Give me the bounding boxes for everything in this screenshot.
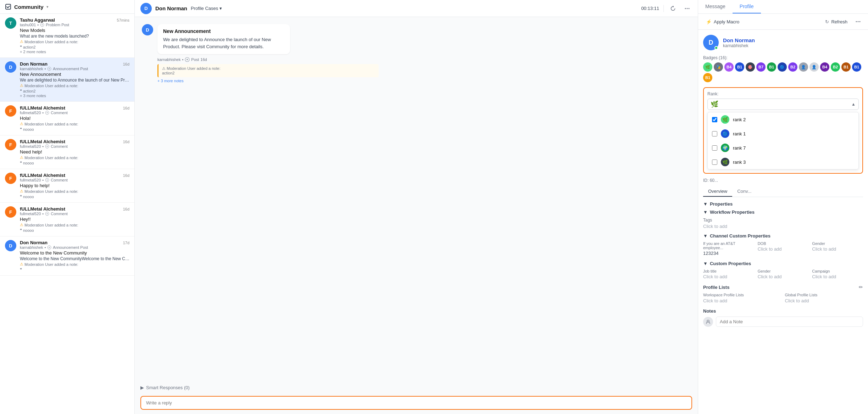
badge-icon: 🎯 [746,62,755,72]
avatar: D [5,61,16,73]
list-item[interactable]: F fULLMetal Alchemist 16d fullmetal520 •… [0,135,134,169]
profile-subtab-conv---[interactable]: Conv... [732,186,756,197]
conv-time: 16d [123,106,129,110]
rank-input-field[interactable] [720,102,851,107]
message-body: We are delighted to Announce the launch … [163,36,284,50]
rank-option-checkbox[interactable] [712,160,717,165]
conv-type-icon [45,178,49,182]
edit-profile-lists-icon[interactable]: ✏ [859,284,863,290]
profile-name[interactable]: Don Norman [723,37,755,43]
more-options-icon[interactable] [682,4,692,13]
note-value: noooo [23,195,34,199]
apply-macro-button[interactable]: ⚡ Apply Macro [703,18,742,26]
dob-value[interactable]: Click to add [758,246,809,252]
badge-icon: 👤 [809,62,819,72]
conv-channel: karnabhishek [20,67,43,71]
badge-icon: B1 [852,62,861,72]
rank-chevron-icon: ▲ [851,102,856,107]
conv-type-icon [47,67,51,71]
list-item[interactable]: F fULLMetal Alchemist 16d fullmetal520 •… [0,102,134,135]
gender-label: Gender [812,241,863,246]
badges-section: Badges (16): 🌿🎭B4B1🎯B7B1🔵B2👤👤B4B2B1B1B1 [703,55,863,82]
more-notes-link[interactable]: + 3 more notes [157,79,184,83]
workspace-lists-label: Workspace Profile Lists [703,293,781,297]
profile-content: D Don Norman karnabhishek Badges (16): 🌿… [698,30,868,414]
campaign-value[interactable]: Click to add [812,274,863,279]
rank-option[interactable]: 🌿 rank 2 [708,112,858,127]
conv-type-icon [40,23,44,27]
add-note-input[interactable] [716,317,863,327]
rank-option[interactable]: 🌿 rank 3 [708,155,858,169]
conv-channel: fullmetal520 [20,212,41,216]
tab-profile[interactable]: Profile [733,0,761,13]
post-icon [185,57,190,62]
note-text: Moderation User added a note: [24,223,78,227]
badges-grid: 🌿🎭B4B1🎯B7B1🔵B2👤👤B4B2B1B1B1 [703,62,863,82]
refresh-button[interactable]: ↻ Refresh [822,18,850,26]
tags-click-to-add[interactable]: Click to add [703,224,863,229]
list-item[interactable]: F fULLMetal Alchemist 16d fullmetal520 •… [0,203,134,236]
warn-icon: ⚠ [20,155,23,160]
rank-input-row[interactable]: 🌿 ▲ [707,99,859,110]
job-prop: Job title Click to add [703,269,754,279]
rank-option-checkbox[interactable] [712,145,717,151]
global-lists-value[interactable]: Click to add [785,298,863,303]
svg-point-19 [187,59,188,60]
profile-cases-button[interactable]: Profile Cases ▾ [191,6,222,11]
list-item[interactable]: D Don Norman 17d karnabhishek • Announce… [0,236,134,276]
conv-type-icon [45,212,49,216]
conv-title: New Models [20,28,129,33]
badge-icon: B2 [788,62,797,72]
list-item[interactable]: F fULLMetal Alchemist 16d fullmetal520 •… [0,169,134,203]
job-value[interactable]: Click to add [703,274,754,279]
conv-type: Comment [51,111,68,115]
toolbar-more-icon[interactable] [853,17,863,27]
svg-point-2 [42,24,43,26]
tab-message[interactable]: Message [698,0,733,13]
badge-icon: B1 [703,73,712,82]
reply-input[interactable] [140,396,692,410]
warn-icon: ⚠ [20,262,23,267]
message-footer: karnabhishek • Post 16d [157,57,379,62]
app-title: Community [14,4,44,10]
rank-selected-badge: 🌿 [711,100,718,108]
list-item[interactable]: D Don Norman 16d karnabhishek • Announce… [0,58,134,102]
custom-props-header[interactable]: ▼ Custom Properties [703,261,863,266]
workspace-lists-value[interactable]: Click to add [703,298,781,303]
dob-prop: DOB Click to add [758,241,809,256]
rank-badge-icon: 🌿 [721,158,729,166]
badge-icon: B4 [724,62,734,72]
smart-responses-toggle[interactable]: ▶ Smart Responses (0) [135,382,698,393]
conv-name: fULLMetal Alchemist [20,206,65,212]
list-item[interactable]: T Tashu Aggarwal 57mins tashu001 • Probl… [0,14,134,58]
rank-option-checkbox[interactable] [712,117,717,122]
header-right: 00:13:11 [641,4,692,13]
conv-title: Happy to help! [20,183,129,188]
conv-channel: fullmetal520 [20,144,41,149]
conv-channel: fullmetal520 [20,178,41,182]
conv-channel: fullmetal520 [20,111,41,115]
tags-row: Tags Click to add [703,218,863,229]
custom-gender-value[interactable]: Click to add [758,274,809,279]
channel-custom-props-header[interactable]: ▼ Channel Custom Properties [703,233,863,239]
dob-label: DOB [758,241,809,246]
profile-subtab-overview[interactable]: Overview [703,186,732,197]
att-label: If you are an AT&T employee... [703,241,754,250]
refresh-icon-btn[interactable] [668,4,678,13]
note-text: Moderation User added a note: [24,189,78,194]
chevron-down-icon: ▾ [219,6,222,11]
properties-section-header[interactable]: ▼ Properties [703,201,863,207]
rank-badge-icon: 🔵 [721,129,729,138]
conv-name: Don Norman [20,61,48,67]
workflow-props-header[interactable]: ▼ Workflow Properties [703,209,863,215]
quote-icon: ❝ [20,228,22,233]
timer-display: 00:13:11 [641,6,659,11]
rank-option-checkbox[interactable] [712,131,717,136]
rank-option[interactable]: 🔵 rank 1 [708,127,858,141]
rank-label: Rank: [707,91,859,96]
gender-value[interactable]: Click to add [812,246,863,252]
svg-point-8 [47,146,48,147]
conv-type: Announcement Post [53,67,88,71]
rank-option[interactable]: 🌍 rank 7 [708,141,858,155]
message-bubble: New Announcement We are delighted to Ann… [157,24,290,54]
